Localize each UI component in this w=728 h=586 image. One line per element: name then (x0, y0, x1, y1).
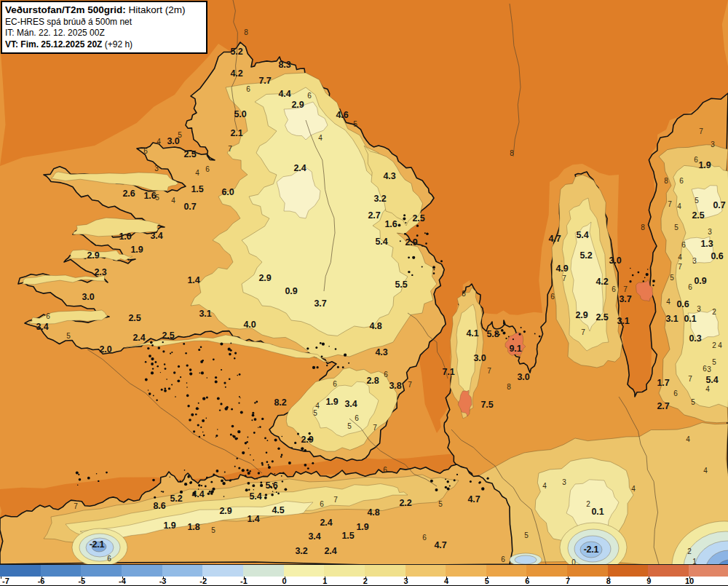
island-dot (252, 484, 255, 487)
island-dot (416, 225, 419, 227)
island-dot (190, 481, 192, 483)
island-dot (151, 371, 154, 374)
island-dot (165, 388, 167, 390)
island-dot (230, 433, 232, 435)
colorbar-tick (1, 577, 1, 579)
island-dot (266, 452, 268, 454)
island-dot (193, 430, 195, 432)
island-dot (521, 327, 522, 328)
island-dot (337, 366, 339, 368)
island-dot (152, 368, 154, 369)
island-dot (267, 440, 269, 441)
island-dot (198, 484, 201, 487)
island-dot (449, 486, 451, 487)
island-dot (335, 348, 337, 350)
colorbar-band (41, 565, 82, 577)
island-dot (647, 269, 649, 270)
island-dot (217, 429, 218, 429)
colorbar-tick (163, 577, 164, 579)
island-dot (328, 346, 330, 347)
island-dot (180, 376, 181, 378)
island-dot (151, 363, 154, 365)
island-dot (206, 477, 208, 479)
island-dot (238, 403, 240, 404)
product-name: Veðurstofan/T2m 500grid: (5, 4, 126, 15)
island-dot (168, 387, 170, 389)
title-box: Veðurstofan/T2m 500grid: Hitakort (2m) E… (1, 1, 207, 54)
island-dot (447, 488, 450, 491)
island-dot (212, 494, 213, 494)
island-dot (245, 488, 248, 491)
island-dot (199, 436, 201, 438)
island-dot (291, 447, 293, 448)
island-dot (206, 396, 208, 398)
island-dot (252, 414, 255, 417)
colorbar-band (526, 565, 567, 577)
island-dot (237, 458, 238, 459)
island-dot (503, 332, 506, 335)
island-dot (156, 400, 157, 401)
colorbar-tick (122, 577, 123, 579)
island-dot (403, 214, 405, 216)
island-dot (252, 412, 254, 414)
geography-layer (0, 0, 728, 564)
island-dot (161, 389, 163, 391)
island-dot (229, 353, 232, 356)
colorbar-tick (568, 577, 569, 579)
island-dot (264, 437, 266, 440)
island-dot (187, 475, 190, 478)
island-dot (259, 426, 261, 428)
island-dot (196, 407, 199, 410)
island-dot (400, 240, 401, 242)
island-dot (495, 333, 497, 335)
island-dot (153, 395, 154, 397)
island-dot (264, 496, 267, 499)
temperature-colorbar: -7-6-5-4-3-2-1012345678910 (0, 564, 728, 586)
island-dot (539, 336, 541, 338)
island-dot (440, 260, 443, 262)
colorbar-band (405, 565, 446, 577)
island-dot (202, 432, 204, 433)
island-dot (320, 342, 322, 344)
title-line-2: EC-HRES spá brúuð á 500m net (5, 17, 202, 28)
island-dot (250, 454, 251, 456)
island-dot (221, 369, 222, 371)
island-dot (281, 475, 282, 477)
island-dot (240, 397, 240, 398)
cold-spot-core (580, 542, 602, 558)
island-dot (212, 488, 215, 491)
island-dot (348, 363, 349, 364)
island-dot (210, 481, 213, 483)
colorbar-tick (649, 577, 649, 579)
island-dot (274, 439, 277, 442)
island-dot (248, 472, 250, 475)
island-dot (433, 273, 435, 274)
island-dot (228, 348, 231, 351)
island-dot (248, 448, 250, 449)
island-dot (274, 473, 276, 475)
island-dot (149, 355, 151, 357)
island-dot (245, 475, 247, 477)
island-dot (229, 479, 232, 481)
colorbar-tick (527, 577, 528, 579)
island-dot (523, 330, 526, 333)
colorbar-band (81, 565, 122, 577)
island-dot (256, 401, 258, 403)
island-dot (186, 364, 189, 366)
island-dot (499, 333, 500, 335)
island-dot (231, 408, 233, 411)
island-dot (150, 341, 153, 344)
cold-spot-core (515, 555, 537, 564)
colorbar-tick (689, 577, 690, 579)
colorbar-band (324, 565, 365, 577)
island-dot (312, 462, 314, 464)
island-dot (221, 480, 223, 483)
island-dot (229, 379, 231, 381)
island-dot (178, 365, 180, 368)
island-dot (408, 256, 410, 258)
island-dot (180, 480, 182, 483)
colorbar-band (446, 565, 486, 577)
colorbar-band (648, 565, 689, 577)
island-dot (145, 361, 147, 363)
island-dot (185, 352, 187, 355)
